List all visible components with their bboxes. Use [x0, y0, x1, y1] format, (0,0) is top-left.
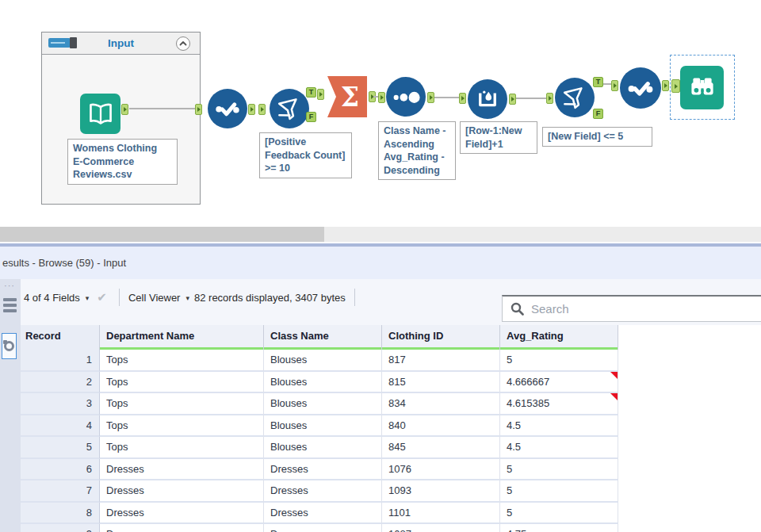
container-header[interactable]: Input — [42, 33, 200, 55]
input-data-tool[interactable] — [80, 94, 120, 134]
record-cell[interactable]: 5 — [21, 437, 100, 459]
rating-cell[interactable]: 4.5 — [500, 437, 618, 459]
record-cell[interactable]: 3 — [21, 393, 100, 415]
multi-row-formula-tool[interactable] — [468, 79, 507, 119]
table-row[interactable]: 6 Dresses Dresses 1076 5 — [21, 459, 761, 481]
clothing-id-cell[interactable]: 840 — [382, 415, 500, 438]
record-cell[interactable]: 6 — [21, 459, 100, 481]
tool-annotation[interactable]: Womens Clothing E-Commerce Reviews.csv — [67, 139, 178, 185]
class-cell[interactable]: Blouses — [264, 350, 382, 372]
data-view-button[interactable] — [2, 333, 17, 359]
filter-tool-2[interactable] — [555, 78, 595, 117]
input-port[interactable] — [671, 79, 680, 93]
connector-wire[interactable] — [129, 108, 196, 109]
department-cell[interactable]: Tops — [100, 415, 264, 438]
chevron-down-icon[interactable]: ▾ — [185, 294, 189, 302]
rating-cell[interactable]: 5 — [500, 480, 618, 503]
summarize-tool[interactable]: Σ — [327, 76, 367, 117]
connector-wire[interactable] — [434, 97, 460, 98]
clothing-id-cell[interactable]: 815 — [382, 372, 500, 394]
rating-cell[interactable]: 4.666667 — [500, 372, 618, 394]
record-cell[interactable]: 8 — [21, 503, 100, 525]
output-port[interactable] — [121, 104, 128, 115]
browse-tool[interactable] — [680, 66, 724, 109]
input-port[interactable] — [195, 104, 202, 115]
column-header-avg-rating[interactable]: Avg_Rating — [500, 325, 618, 350]
rating-cell[interactable]: 5 — [500, 459, 618, 481]
output-port[interactable] — [427, 92, 434, 103]
class-cell[interactable]: Blouses — [264, 415, 382, 438]
clothing-id-cell[interactable]: 1087 — [382, 524, 500, 532]
true-output-anchor[interactable] — [317, 89, 324, 100]
record-cell[interactable]: 2 — [21, 372, 100, 394]
table-view-icon[interactable] — [3, 298, 17, 315]
rating-cell[interactable]: 4.615385 — [500, 393, 618, 415]
record-cell[interactable]: 9 — [21, 524, 100, 532]
container-collapse-button[interactable] — [176, 36, 190, 51]
false-output-port[interactable]: F — [306, 112, 316, 122]
scrollbar-thumb[interactable] — [0, 227, 324, 242]
column-header-class[interactable]: Class Name — [264, 325, 382, 350]
table-row[interactable]: 4 Tops Blouses 840 4.5 — [21, 415, 761, 438]
table-row[interactable]: 8 Dresses Dresses 1101 5 — [21, 503, 761, 525]
select-tool[interactable] — [208, 89, 247, 128]
clothing-id-cell[interactable]: 817 — [382, 350, 500, 372]
connector-wire[interactable] — [516, 98, 547, 99]
fields-selector[interactable]: 4 of 4 Fields — [24, 292, 80, 304]
class-cell[interactable]: Blouses — [264, 393, 382, 415]
department-cell[interactable]: Dresses — [100, 480, 264, 503]
record-cell[interactable]: 1 — [21, 350, 100, 372]
class-cell[interactable]: Dresses — [264, 480, 382, 503]
tool-annotation[interactable]: [New Field] <= 5 — [542, 127, 652, 147]
filter-tool[interactable] — [270, 89, 309, 128]
clothing-id-cell[interactable]: 1076 — [382, 459, 500, 481]
clothing-id-cell[interactable]: 1093 — [382, 480, 500, 503]
column-header-record[interactable]: Record — [21, 325, 100, 350]
department-cell[interactable]: Tops — [100, 437, 264, 459]
cell-viewer-button[interactable]: Cell Viewer — [128, 292, 181, 304]
search-input[interactable] — [531, 302, 761, 316]
department-cell[interactable]: Dresses — [100, 524, 264, 532]
input-port[interactable] — [378, 92, 385, 103]
panel-grip[interactable]: ··· — [4, 281, 15, 290]
rating-cell[interactable]: 4.5 — [500, 415, 618, 438]
table-row[interactable]: 2 Tops Blouses 815 4.666667 — [21, 372, 761, 394]
search-box[interactable] — [502, 295, 761, 322]
input-port[interactable] — [546, 93, 553, 104]
tool-annotation[interactable]: Class Name - Ascending Avg_Rating - Desc… — [378, 121, 456, 180]
class-cell[interactable]: Blouses — [264, 372, 382, 394]
department-cell[interactable]: Tops — [100, 350, 264, 372]
apply-check-icon[interactable]: ✔ — [97, 290, 107, 304]
rating-cell[interactable]: 5 — [500, 350, 618, 372]
clothing-id-cell[interactable]: 845 — [382, 437, 500, 459]
column-header-clothing-id[interactable]: Clothing ID — [382, 325, 500, 350]
sort-tool[interactable] — [386, 77, 426, 117]
canvas-horizontal-scrollbar[interactable] — [0, 227, 761, 242]
output-port[interactable] — [509, 94, 516, 105]
department-cell[interactable]: Tops — [100, 393, 264, 415]
table-row[interactable]: 7 Dresses Dresses 1093 5 — [21, 480, 761, 503]
record-cell[interactable]: 7 — [21, 480, 100, 503]
input-port[interactable] — [611, 80, 618, 91]
clothing-id-cell[interactable]: 834 — [382, 393, 500, 415]
department-cell[interactable]: Dresses — [100, 503, 264, 525]
class-cell[interactable]: Dresses — [264, 459, 382, 481]
workflow-canvas[interactable]: Input Womens Clothing E-Commerce Reviews… — [0, 0, 761, 227]
tool-annotation[interactable]: [Row-1:New Field]+1 — [460, 121, 537, 154]
tool-annotation[interactable]: [Positive Feedback Count] >= 10 — [259, 132, 352, 178]
column-header-department[interactable]: Department Name — [100, 325, 264, 350]
table-row[interactable]: 9 Dresses Dresses 1087 4.75 — [21, 524, 761, 532]
output-port[interactable] — [662, 80, 669, 91]
chevron-down-icon[interactable]: ▾ — [86, 294, 90, 302]
department-cell[interactable]: Tops — [100, 372, 264, 394]
false-output-port[interactable]: F — [593, 109, 603, 119]
clothing-id-cell[interactable]: 1101 — [382, 503, 500, 525]
table-row[interactable]: 1 Tops Blouses 817 5 — [21, 350, 761, 372]
true-output-port[interactable]: T — [306, 87, 316, 98]
select-tool-2[interactable] — [620, 67, 661, 109]
input-port[interactable] — [258, 104, 266, 115]
table-row[interactable]: 5 Tops Blouses 845 4.5 — [21, 437, 761, 459]
rating-cell[interactable]: 5 — [500, 503, 618, 525]
output-port[interactable] — [248, 104, 255, 115]
class-cell[interactable]: Dresses — [264, 503, 382, 525]
